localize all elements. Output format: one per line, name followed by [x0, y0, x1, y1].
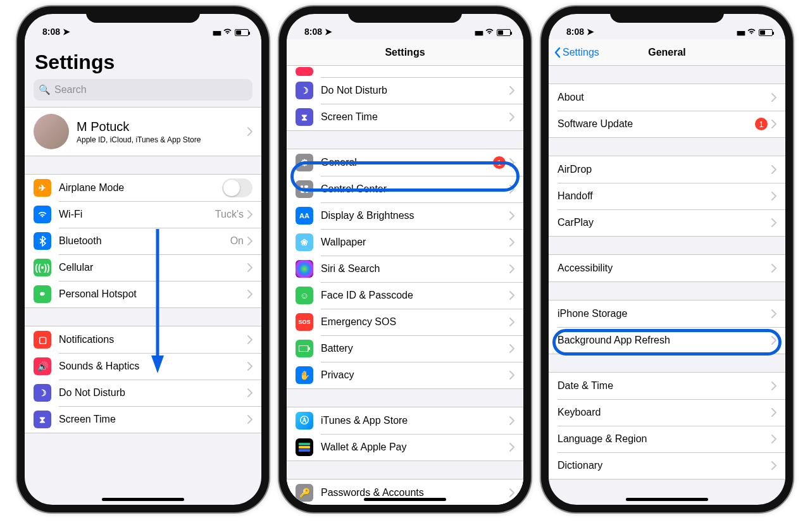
- chevron-right-icon: [247, 335, 252, 344]
- profile-row[interactable]: M Potuck Apple ID, iCloud, iTunes & App …: [25, 108, 261, 156]
- accessibility-group: Accessibility: [549, 254, 785, 282]
- row-dictionary[interactable]: Dictionary: [549, 452, 785, 479]
- chevron-right-icon: [509, 113, 514, 121]
- accessibility-label: Accessibility: [558, 263, 771, 274]
- chevron-right-icon: [247, 362, 252, 371]
- general-group: ⚙ General 1 Control Center AA Display & …: [287, 149, 523, 389]
- svg-rect-6: [309, 347, 310, 350]
- row-faceid[interactable]: ☺ Face ID & Passcode: [287, 282, 523, 309]
- airplane-icon: ✈: [34, 179, 51, 197]
- back-button[interactable]: Settings: [554, 47, 599, 58]
- svg-rect-7: [299, 443, 310, 445]
- dnd-label: Do Not Disturb: [321, 85, 509, 96]
- row-hotspot[interactable]: ⚭ Personal Hotspot: [25, 281, 261, 307]
- row-handoff[interactable]: Handoff: [549, 183, 785, 209]
- row-dnd[interactable]: ☽ Do Not Disturb: [25, 380, 261, 406]
- row-airplane[interactable]: ✈ Airplane Mode: [25, 175, 261, 201]
- display-icon: AA: [296, 207, 313, 225]
- sounds-icon: 🔊: [34, 357, 51, 375]
- chevron-right-icon: [771, 408, 776, 417]
- screen-2: 8:08➤ Settings ☽ Do Not Disturb: [287, 14, 523, 505]
- home-indicator[interactable]: [364, 498, 446, 501]
- svg-point-1: [301, 185, 303, 188]
- storage-group: iPhone Storage Background App Refresh: [549, 300, 785, 354]
- sos-label: Emergency SOS: [321, 316, 509, 328]
- profile-group: M Potuck Apple ID, iCloud, iTunes & App …: [25, 107, 261, 156]
- row-control-center[interactable]: Control Center: [287, 176, 523, 202]
- home-indicator[interactable]: [626, 498, 708, 501]
- software-label: Software Update: [558, 118, 755, 130]
- row-datetime[interactable]: Date & Time: [549, 373, 785, 399]
- row-carplay[interactable]: CarPlay: [549, 209, 785, 236]
- row-notifications[interactable]: ▢ Notifications: [25, 326, 261, 353]
- dnd-label: Do Not Disturb: [59, 387, 247, 399]
- svg-rect-5: [299, 345, 308, 352]
- row-partial-top[interactable]: [287, 66, 523, 77]
- wifi-icon: [485, 28, 494, 37]
- chevron-right-icon: [509, 86, 514, 95]
- svg-point-4: [306, 190, 308, 193]
- row-airdrop[interactable]: AirDrop: [549, 156, 785, 183]
- home-indicator[interactable]: [102, 498, 184, 501]
- avatar: [34, 114, 69, 149]
- row-screentime[interactable]: ⧗ Screen Time: [287, 104, 523, 130]
- chevron-right-icon: [771, 120, 776, 128]
- row-dnd[interactable]: ☽ Do Not Disturb: [287, 77, 523, 104]
- wifi-icon: [223, 28, 232, 37]
- control-center-label: Control Center: [321, 183, 509, 195]
- row-wallet[interactable]: Wallet & Apple Pay: [287, 434, 523, 461]
- chevron-right-icon: [771, 309, 776, 318]
- airplane-switch[interactable]: [222, 178, 252, 197]
- row-iphone-storage[interactable]: iPhone Storage: [549, 300, 785, 327]
- row-bg-refresh[interactable]: Background App Refresh: [549, 327, 785, 354]
- datetime-label: Date & Time: [558, 380, 771, 392]
- wallpaper-icon: ❀: [296, 233, 313, 251]
- chevron-right-icon: [509, 443, 514, 452]
- row-sos[interactable]: SOS Emergency SOS: [287, 309, 523, 335]
- storage-label: iPhone Storage: [558, 308, 771, 319]
- row-wifi[interactable]: Wi-Fi Tuck's: [25, 201, 261, 228]
- siri-icon: [296, 260, 313, 278]
- row-general[interactable]: ⚙ General 1: [287, 149, 523, 176]
- chevron-right-icon: [247, 210, 252, 219]
- row-about[interactable]: About: [549, 84, 785, 111]
- row-wallpaper[interactable]: ❀ Wallpaper: [287, 229, 523, 256]
- row-keyboard[interactable]: Keyboard: [549, 399, 785, 426]
- row-screentime[interactable]: ⧗ Screen Time: [25, 406, 261, 433]
- battery-label: Battery: [321, 343, 509, 354]
- row-sounds[interactable]: 🔊 Sounds & Haptics: [25, 353, 261, 380]
- nav-bar: Settings General: [549, 39, 785, 66]
- cell-signal-icon: [475, 28, 482, 37]
- row-itunes[interactable]: Ⓐ iTunes & App Store: [287, 407, 523, 434]
- chevron-right-icon: [509, 291, 514, 300]
- row-software-update[interactable]: Software Update 1: [549, 111, 785, 137]
- search-input[interactable]: 🔍 Search: [34, 79, 252, 101]
- airplane-label: Airplane Mode: [59, 182, 222, 194]
- search-placeholder: Search: [54, 84, 87, 96]
- row-bluetooth[interactable]: Bluetooth On: [25, 228, 261, 254]
- row-langregion[interactable]: Language & Region: [549, 426, 785, 452]
- row-privacy[interactable]: ✋ Privacy: [287, 362, 523, 388]
- bluetooth-icon: [34, 232, 51, 250]
- system-group: Date & Time Keyboard Language & Region D…: [549, 372, 785, 479]
- svg-rect-3: [301, 190, 304, 193]
- display-label: Display & Brightness: [321, 210, 509, 221]
- wifi-label: Wi-Fi: [59, 209, 215, 220]
- nav-bar: Settings: [287, 39, 523, 66]
- svg-rect-9: [299, 449, 310, 452]
- row-passwords[interactable]: 🔑 Passwords & Accounts: [287, 479, 523, 505]
- row-accessibility[interactable]: Accessibility: [549, 255, 785, 281]
- dnd-icon: ☽: [34, 384, 51, 402]
- row-battery[interactable]: Battery: [287, 335, 523, 362]
- chevron-right-icon: [771, 336, 776, 345]
- bgrefresh-label: Background App Refresh: [558, 335, 771, 346]
- chevron-right-icon: [509, 371, 514, 380]
- carplay-label: CarPlay: [558, 217, 771, 228]
- row-siri[interactable]: Siri & Search: [287, 256, 523, 282]
- hotspot-icon: ⚭: [34, 285, 51, 303]
- row-cellular[interactable]: ((•)) Cellular: [25, 254, 261, 281]
- row-display[interactable]: AA Display & Brightness: [287, 202, 523, 229]
- connect-group: AirDrop Handoff CarPlay: [549, 156, 785, 237]
- chevron-right-icon: [771, 93, 776, 102]
- general-label: General: [321, 157, 493, 168]
